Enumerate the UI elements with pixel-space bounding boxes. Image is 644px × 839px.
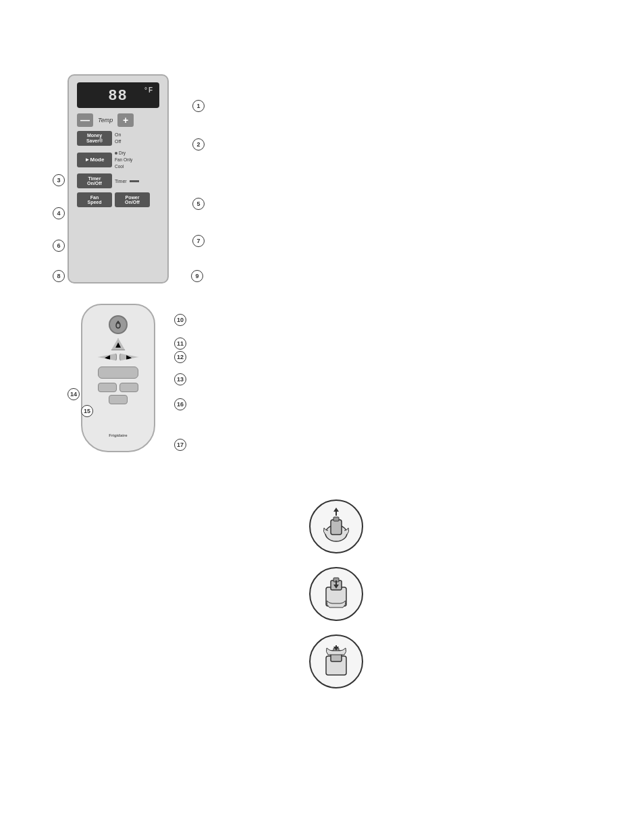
dry-dot [115, 152, 117, 155]
callout-r7: 16 [174, 398, 186, 410]
callout-r2: 11 [174, 337, 186, 350]
remote-right-button[interactable]: ► [119, 352, 138, 362]
callout-7: 7 [192, 235, 205, 247]
callout-2: 2 [192, 138, 205, 151]
temp-row: — Temp + [77, 113, 159, 127]
callout-r6: 15 [81, 405, 93, 417]
on-label: On [115, 132, 121, 138]
temp-minus-button[interactable]: — [77, 113, 93, 127]
display-value: 88 [109, 86, 128, 104]
timer-dot [130, 180, 139, 182]
remote-arrow-group: ▲ ◄ ► [98, 338, 138, 362]
remote-mid-button[interactable] [98, 367, 138, 379]
temperature-display: 88 °F [77, 82, 159, 108]
fan-only-label: Fan Only [115, 157, 132, 162]
remote-lr-row: ◄ ► [98, 352, 138, 362]
on-off-indicator: On Off [115, 132, 121, 145]
remote-top-button[interactable] [109, 315, 128, 334]
remote-up-button[interactable]: ▲ [108, 338, 128, 350]
battery-step-2 [309, 567, 363, 621]
battery-step-2-illustration [316, 574, 356, 614]
dry-label: Dry [119, 151, 126, 155]
timer-row: TimerOn/Off Timer [77, 173, 159, 188]
callout-1: 1 [192, 100, 205, 112]
remote-small-row-1 [98, 383, 138, 392]
mode-button[interactable]: ►Mode [77, 153, 112, 167]
remote-control: ▲ ◄ ► Frigidaire [81, 304, 155, 452]
remote-top-icon [113, 320, 123, 329]
callout-9: 9 [191, 270, 203, 282]
degree-symbol: °F [144, 86, 154, 94]
control-panel: 88 °F — Temp + MoneySaver® On Off ►Mode … [68, 74, 169, 283]
remote-btn-1[interactable] [98, 383, 117, 392]
temp-plus-button[interactable]: + [117, 113, 134, 127]
temp-label: Temp [98, 117, 113, 124]
mode-indicators: Dry Fan Only Cool [115, 150, 132, 169]
money-saver-row: MoneySaver® On Off [77, 131, 159, 146]
callout-r4: 13 [174, 373, 186, 385]
battery-step-1 [309, 499, 363, 553]
svg-marker-5 [333, 508, 339, 512]
callout-3: 3 [53, 174, 65, 186]
remote-btn-2[interactable] [119, 383, 138, 392]
battery-step-3-illustration [316, 641, 356, 682]
fan-speed-button[interactable]: FanSpeed [77, 192, 112, 207]
mode-row: ►Mode Dry Fan Only Cool [77, 150, 159, 169]
svg-rect-2 [331, 520, 342, 535]
timer-indicator: Timer [115, 179, 139, 184]
remote-brand-label: Frigidaire [109, 433, 127, 437]
remote-arrow-top-row: ▲ [108, 338, 128, 350]
power-button[interactable]: PowerOn/Off [115, 192, 150, 207]
remote-small-row-2 [109, 395, 128, 404]
callout-4: 4 [53, 207, 65, 219]
remote-bottom-group [89, 383, 147, 404]
battery-step-1-illustration [316, 506, 356, 547]
bottom-row: FanSpeed PowerOn/Off [77, 192, 159, 207]
callout-5: 5 [192, 198, 205, 210]
callout-6: 6 [53, 240, 65, 252]
cool-label: Cool [115, 164, 124, 169]
remote-btn-3[interactable] [109, 395, 128, 404]
callout-r8: 17 [174, 439, 186, 451]
remote-left-button[interactable]: ◄ [98, 352, 117, 362]
off-label: Off [115, 138, 121, 145]
svg-rect-3 [333, 517, 339, 521]
callout-r3: 12 [174, 351, 186, 363]
money-saver-button[interactable]: MoneySaver® [77, 131, 112, 146]
battery-step-3 [309, 634, 363, 688]
callout-r1: 10 [174, 314, 186, 326]
timer-button[interactable]: TimerOn/Off [77, 173, 112, 188]
callout-r5: 14 [68, 388, 80, 400]
callout-8: 8 [53, 270, 65, 282]
